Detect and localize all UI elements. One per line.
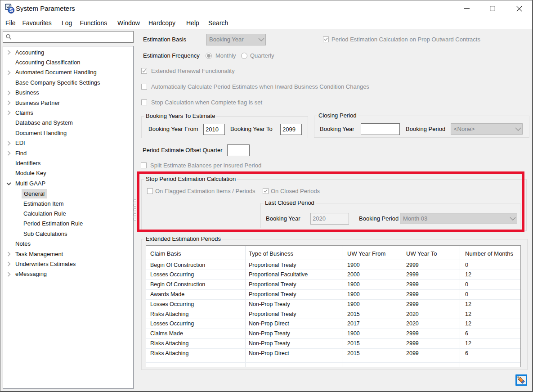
svg-text:S: S [9,7,13,14]
